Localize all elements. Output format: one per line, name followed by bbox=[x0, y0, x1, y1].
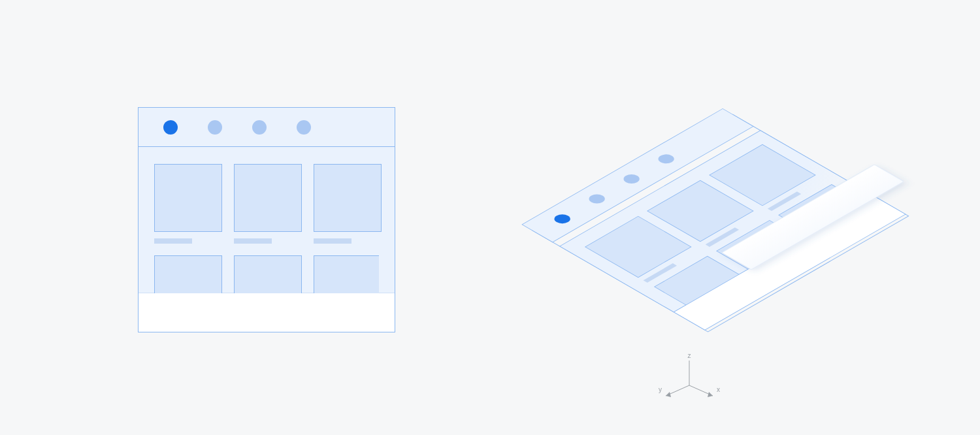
svg-rect-11 bbox=[717, 220, 823, 282]
svg-marker-17 bbox=[666, 392, 671, 397]
flat-grid-row-1 bbox=[154, 164, 379, 244]
flat-card bbox=[314, 255, 379, 293]
flat-tab-2 bbox=[208, 120, 222, 135]
flat-tabs-header bbox=[139, 108, 395, 147]
axis-z-label: z bbox=[688, 352, 691, 359]
svg-rect-1 bbox=[522, 108, 753, 242]
axis-x-label: x bbox=[717, 386, 720, 393]
flat-card bbox=[154, 255, 222, 293]
flat-tab-1 bbox=[163, 120, 178, 135]
svg-rect-8 bbox=[768, 191, 801, 211]
iso-layer-outline bbox=[532, 114, 909, 332]
caption-placeholder bbox=[154, 238, 192, 244]
flat-card bbox=[234, 164, 302, 244]
flat-tab-4 bbox=[297, 120, 311, 135]
svg-rect-14 bbox=[722, 165, 904, 270]
iso-grid-row-2 bbox=[655, 185, 885, 317]
svg-rect-3 bbox=[585, 216, 691, 278]
caption-placeholder bbox=[234, 238, 272, 244]
axis-widget: z y x bbox=[657, 353, 722, 405]
iso-layer-floating-sheet bbox=[722, 165, 904, 270]
iso-tab-4 bbox=[655, 152, 678, 165]
diagram-canvas: z y x bbox=[0, 0, 980, 435]
iso-tab-3 bbox=[621, 172, 643, 185]
thumbnail-placeholder bbox=[154, 164, 222, 232]
flat-mockup-window bbox=[138, 107, 395, 332]
flat-body bbox=[139, 147, 395, 293]
flat-card bbox=[234, 255, 302, 293]
svg-rect-13 bbox=[674, 197, 906, 330]
flat-card bbox=[154, 164, 222, 244]
svg-rect-6 bbox=[644, 263, 677, 283]
thumbnail-placeholder bbox=[314, 255, 379, 293]
thumbnail-placeholder bbox=[234, 255, 302, 293]
thumbnail-placeholder bbox=[154, 255, 222, 293]
iso-tab-2 bbox=[586, 193, 608, 206]
svg-rect-0 bbox=[532, 114, 909, 332]
flat-tab-3 bbox=[252, 120, 267, 135]
svg-rect-4 bbox=[647, 180, 753, 242]
caption-placeholder bbox=[314, 238, 351, 244]
axis-y-label: y bbox=[659, 386, 662, 393]
iso-layer-header bbox=[522, 108, 753, 242]
thumbnail-placeholder bbox=[314, 164, 382, 232]
iso-grid-row-1 bbox=[585, 144, 825, 283]
isometric-mockup bbox=[483, 91, 954, 366]
svg-rect-12 bbox=[779, 185, 885, 246]
svg-rect-5 bbox=[710, 144, 815, 206]
svg-rect-10 bbox=[655, 256, 760, 317]
iso-tab-1 bbox=[551, 212, 574, 225]
svg-rect-7 bbox=[706, 227, 739, 247]
thumbnail-placeholder bbox=[234, 164, 302, 232]
flat-card bbox=[314, 164, 382, 244]
svg-marker-19 bbox=[708, 392, 713, 397]
flat-grid-row-2 bbox=[154, 255, 379, 293]
svg-rect-2 bbox=[560, 131, 875, 312]
iso-layer-body bbox=[560, 131, 906, 330]
